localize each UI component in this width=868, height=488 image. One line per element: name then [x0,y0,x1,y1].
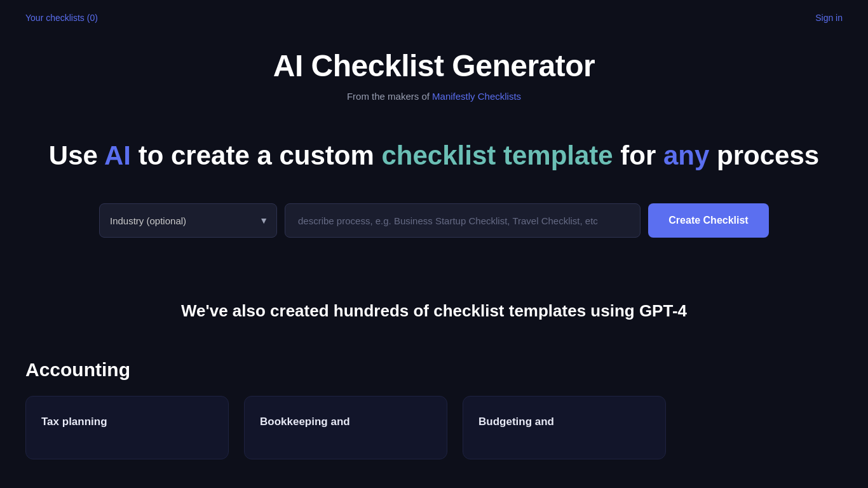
tagline-ai: AI [104,140,131,170]
tagline-part1: Use [49,140,104,170]
card-tax-planning[interactable]: Tax planning [25,396,229,459]
process-input[interactable] [285,203,641,238]
subtitle-text-prefix: From the makers of [347,91,432,102]
tagline-part4: process [709,140,819,170]
tagline-checklist: checklist template [382,140,613,170]
hero-tagline: Use AI to create a custom checklist temp… [25,140,843,172]
category-accounting: Accounting Tax planning Bookkeeping and … [25,359,843,459]
nav-checklists-link[interactable]: Your checklists (0) [25,13,98,23]
industry-select[interactable]: Industry (optional) Accounting Marketing… [99,203,277,238]
category-title-accounting: Accounting [25,359,843,381]
card-title-bookkeeping: Bookkeeping and [260,416,350,428]
tagline-part3: for [613,140,663,170]
input-row: Industry (optional) Accounting Marketing… [25,203,843,238]
manifestly-link[interactable]: Manifestly Checklists [432,91,521,102]
tagline-any: any [663,140,709,170]
navbar: Your checklists (0) Sign in [0,0,868,36]
hero-subtitle: From the makers of Manifestly Checklists [25,91,843,102]
templates-heading: We've also created hundreds of checklist… [25,301,843,321]
card-title-tax-planning: Tax planning [41,416,107,428]
cards-row-accounting: Tax planning Bookkeeping and Budgeting a… [25,396,843,459]
industry-select-wrapper: Industry (optional) Accounting Marketing… [99,203,277,238]
tagline-part2: to create a custom [131,140,381,170]
card-title-budgeting: Budgeting and [478,416,554,428]
templates-section: We've also created hundreds of checklist… [0,301,868,459]
hero-section: AI Checklist Generator From the makers o… [0,36,868,301]
card-bookkeeping[interactable]: Bookkeeping and [244,396,447,459]
card-budgeting[interactable]: Budgeting and [463,396,666,459]
create-checklist-button[interactable]: Create Checklist [648,203,769,238]
nav-signin-link[interactable]: Sign in [815,13,843,23]
page-title: AI Checklist Generator [25,48,843,83]
